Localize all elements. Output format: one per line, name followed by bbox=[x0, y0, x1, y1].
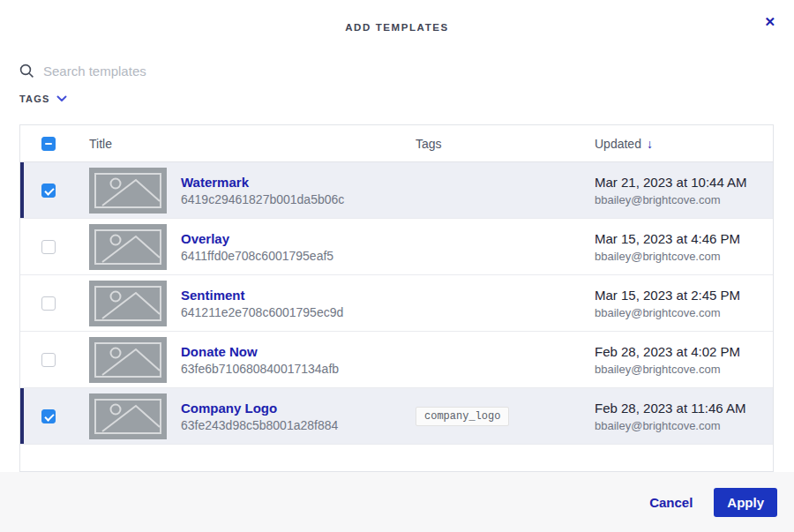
table-row[interactable]: Watermark 6419c29461827b001da5b06c Mar 2… bbox=[20, 162, 773, 219]
sort-desc-icon: ↓ bbox=[647, 137, 653, 151]
template-id: 63fe243d98c5b8001a28f884 bbox=[181, 418, 338, 432]
template-thumbnail-image-icon bbox=[89, 168, 167, 214]
updated-by-email: bbailey@brightcove.com bbox=[595, 193, 759, 206]
search-icon bbox=[19, 64, 34, 79]
page-title: ADD TEMPLATES bbox=[0, 22, 794, 33]
tags-filter-toggle[interactable]: TAGS bbox=[19, 94, 67, 104]
updated-date: Mar 15, 2023 at 4:46 PM bbox=[595, 231, 759, 246]
template-title-link[interactable]: Overlay bbox=[181, 231, 333, 246]
column-header-tags[interactable]: Tags bbox=[416, 137, 442, 151]
column-header-updated-label: Updated bbox=[595, 137, 641, 151]
row-checkbox[interactable] bbox=[41, 184, 56, 198]
template-thumbnail-image-icon bbox=[89, 281, 167, 326]
row-checkbox[interactable] bbox=[41, 409, 56, 423]
template-title-link[interactable]: Watermark bbox=[181, 175, 344, 190]
template-thumbnail-image-icon bbox=[89, 224, 167, 270]
updated-date: Feb 28, 2023 at 11:46 AM bbox=[595, 401, 759, 416]
column-header-updated[interactable]: Updated ↓ bbox=[595, 137, 759, 151]
search-input[interactable] bbox=[43, 64, 759, 79]
template-id: 6419c29461827b001da5b06c bbox=[181, 192, 344, 206]
table-row[interactable]: Overlay 6411ffd0e708c6001795eaf5 Mar 15,… bbox=[20, 219, 773, 275]
template-id: 641211e2e708c6001795ec9d bbox=[181, 305, 343, 319]
table-header-row: Title Tags Updated ↓ bbox=[20, 125, 773, 162]
table-row[interactable]: Sentiment 641211e2e708c6001795ec9d Mar 1… bbox=[20, 275, 773, 332]
row-checkbox[interactable] bbox=[41, 353, 56, 367]
row-checkbox[interactable] bbox=[41, 240, 56, 254]
template-title-link[interactable]: Donate Now bbox=[181, 344, 339, 359]
chevron-down-icon bbox=[56, 95, 67, 102]
template-title-link[interactable]: Sentiment bbox=[181, 288, 343, 303]
table-row[interactable]: Company Logo 63fe243d98c5b8001a28f884 co… bbox=[20, 388, 773, 445]
updated-by-email: bbailey@brightcove.com bbox=[595, 306, 759, 319]
template-id: 63fe6b710680840017134afb bbox=[181, 362, 339, 376]
tags-filter-label: TAGS bbox=[19, 94, 50, 104]
tag-pill: company_logo bbox=[416, 407, 509, 426]
template-thumbnail-image-icon bbox=[89, 337, 167, 383]
template-id: 6411ffd0e708c6001795eaf5 bbox=[181, 249, 333, 263]
updated-by-email: bbailey@brightcove.com bbox=[595, 363, 759, 376]
templates-table: Title Tags Updated ↓ Watermark 6419c2946… bbox=[19, 124, 774, 472]
select-all-checkbox[interactable] bbox=[41, 137, 56, 151]
apply-button[interactable]: Apply bbox=[714, 488, 777, 517]
updated-date: Mar 15, 2023 at 2:45 PM bbox=[595, 288, 759, 303]
template-title-link[interactable]: Company Logo bbox=[181, 401, 338, 416]
cancel-button[interactable]: Cancel bbox=[649, 495, 693, 510]
updated-by-email: bbailey@brightcove.com bbox=[595, 250, 759, 263]
template-thumbnail-image-icon bbox=[89, 393, 167, 439]
updated-by-email: bbailey@brightcove.com bbox=[595, 419, 759, 432]
row-checkbox[interactable] bbox=[41, 296, 56, 311]
close-icon[interactable]: ✕ bbox=[764, 15, 775, 28]
column-header-title[interactable]: Title bbox=[89, 137, 112, 151]
search-bar bbox=[19, 60, 759, 81]
footer-bar: Cancel Apply bbox=[0, 472, 794, 532]
updated-date: Mar 21, 2023 at 10:44 AM bbox=[595, 175, 759, 190]
updated-date: Feb 28, 2023 at 4:02 PM bbox=[595, 344, 759, 359]
table-row[interactable]: Donate Now 63fe6b710680840017134afb Feb … bbox=[20, 332, 773, 388]
